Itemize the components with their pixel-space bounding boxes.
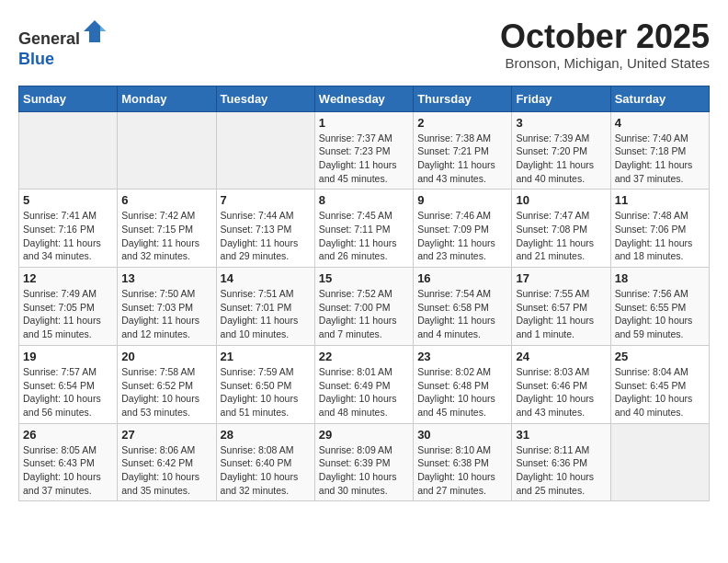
weekday-header: Wednesday <box>314 86 413 111</box>
day-info: Sunrise: 7:51 AM Sunset: 7:01 PM Dayligh… <box>221 287 311 341</box>
day-info: Sunrise: 7:57 AM Sunset: 6:54 PM Dayligh… <box>23 365 113 419</box>
day-info: Sunrise: 8:01 AM Sunset: 6:49 PM Dayligh… <box>319 365 409 419</box>
day-info: Sunrise: 7:59 AM Sunset: 6:50 PM Dayligh… <box>221 365 311 419</box>
day-number: 4 <box>615 116 705 130</box>
calendar-week-row: 19Sunrise: 7:57 AM Sunset: 6:54 PM Dayli… <box>19 345 710 423</box>
calendar-cell <box>610 423 709 501</box>
day-info: Sunrise: 8:03 AM Sunset: 6:46 PM Dayligh… <box>516 365 606 419</box>
day-number: 27 <box>121 428 211 442</box>
calendar-cell: 10Sunrise: 7:47 AM Sunset: 7:08 PM Dayli… <box>512 190 610 268</box>
day-info: Sunrise: 7:49 AM Sunset: 7:05 PM Dayligh… <box>23 287 113 341</box>
weekday-header: Sunday <box>19 86 118 111</box>
day-number: 13 <box>121 271 211 285</box>
day-number: 11 <box>615 193 705 207</box>
weekday-header: Thursday <box>414 86 512 111</box>
day-info: Sunrise: 8:06 AM Sunset: 6:42 PM Dayligh… <box>121 443 211 498</box>
day-info: Sunrise: 7:47 AM Sunset: 7:08 PM Dayligh… <box>516 209 606 263</box>
calendar-week-row: 1Sunrise: 7:37 AM Sunset: 7:23 PM Daylig… <box>19 111 710 190</box>
calendar-cell: 4Sunrise: 7:40 AM Sunset: 7:18 PM Daylig… <box>610 111 709 190</box>
calendar-cell: 1Sunrise: 7:37 AM Sunset: 7:23 PM Daylig… <box>314 111 413 190</box>
calendar-cell: 2Sunrise: 7:38 AM Sunset: 7:21 PM Daylig… <box>414 111 512 190</box>
day-number: 15 <box>319 271 409 285</box>
day-number: 20 <box>121 350 211 363</box>
logo-blue: Blue <box>18 50 54 68</box>
calendar-cell: 13Sunrise: 7:50 AM Sunset: 7:03 PM Dayli… <box>118 268 216 346</box>
day-info: Sunrise: 7:48 AM Sunset: 7:06 PM Dayligh… <box>615 209 705 263</box>
day-info: Sunrise: 8:10 AM Sunset: 6:38 PM Dayligh… <box>417 443 507 498</box>
calendar-cell <box>19 111 118 190</box>
day-info: Sunrise: 7:55 AM Sunset: 6:57 PM Dayligh… <box>516 287 606 341</box>
calendar-cell: 27Sunrise: 8:06 AM Sunset: 6:42 PM Dayli… <box>118 423 216 501</box>
day-number: 3 <box>516 116 606 130</box>
day-info: Sunrise: 7:41 AM Sunset: 7:16 PM Dayligh… <box>23 209 113 263</box>
logo-icon <box>82 18 108 44</box>
location: Bronson, Michigan, United States <box>500 55 710 71</box>
logo: General Blue <box>18 18 108 69</box>
calendar-cell: 16Sunrise: 7:54 AM Sunset: 6:58 PM Dayli… <box>414 268 512 346</box>
day-info: Sunrise: 7:38 AM Sunset: 7:21 PM Dayligh… <box>417 132 507 186</box>
day-number: 26 <box>23 428 113 442</box>
day-info: Sunrise: 7:52 AM Sunset: 7:00 PM Dayligh… <box>319 287 409 341</box>
weekday-header: Saturday <box>610 86 709 111</box>
day-number: 8 <box>319 193 409 207</box>
calendar-cell: 30Sunrise: 8:10 AM Sunset: 6:38 PM Dayli… <box>414 423 512 501</box>
day-number: 30 <box>417 428 507 442</box>
day-number: 9 <box>417 193 507 207</box>
day-number: 25 <box>615 350 705 363</box>
calendar-cell: 28Sunrise: 8:08 AM Sunset: 6:40 PM Dayli… <box>216 423 314 501</box>
calendar-cell: 23Sunrise: 8:02 AM Sunset: 6:48 PM Dayli… <box>414 345 512 423</box>
calendar-cell: 11Sunrise: 7:48 AM Sunset: 7:06 PM Dayli… <box>610 190 709 268</box>
day-info: Sunrise: 7:40 AM Sunset: 7:18 PM Dayligh… <box>615 132 705 186</box>
calendar-cell: 8Sunrise: 7:45 AM Sunset: 7:11 PM Daylig… <box>314 190 413 268</box>
calendar-cell: 31Sunrise: 8:11 AM Sunset: 6:36 PM Dayli… <box>512 423 610 501</box>
calendar-cell: 14Sunrise: 7:51 AM Sunset: 7:01 PM Dayli… <box>216 268 314 346</box>
day-number: 16 <box>417 271 507 285</box>
day-info: Sunrise: 8:05 AM Sunset: 6:43 PM Dayligh… <box>23 443 113 498</box>
calendar-cell: 9Sunrise: 7:46 AM Sunset: 7:09 PM Daylig… <box>414 190 512 268</box>
day-info: Sunrise: 8:09 AM Sunset: 6:39 PM Dayligh… <box>319 443 409 498</box>
calendar-cell: 7Sunrise: 7:44 AM Sunset: 7:13 PM Daylig… <box>216 190 314 268</box>
day-info: Sunrise: 8:04 AM Sunset: 6:45 PM Dayligh… <box>615 365 705 419</box>
page-header: General Blue October 2025 Bronson, Michi… <box>18 18 710 71</box>
day-info: Sunrise: 7:56 AM Sunset: 6:55 PM Dayligh… <box>615 287 705 341</box>
calendar-cell: 21Sunrise: 7:59 AM Sunset: 6:50 PM Dayli… <box>216 345 314 423</box>
calendar-cell: 15Sunrise: 7:52 AM Sunset: 7:00 PM Dayli… <box>314 268 413 346</box>
calendar-cell <box>118 111 216 190</box>
day-info: Sunrise: 7:50 AM Sunset: 7:03 PM Dayligh… <box>121 287 211 341</box>
day-number: 1 <box>319 116 409 130</box>
calendar-week-row: 12Sunrise: 7:49 AM Sunset: 7:05 PM Dayli… <box>19 268 710 346</box>
day-info: Sunrise: 7:44 AM Sunset: 7:13 PM Dayligh… <box>221 209 311 263</box>
day-number: 18 <box>615 271 705 285</box>
calendar-cell <box>216 111 314 190</box>
day-number: 10 <box>516 193 606 207</box>
day-number: 6 <box>121 193 211 207</box>
day-number: 12 <box>23 271 113 285</box>
calendar-cell: 18Sunrise: 7:56 AM Sunset: 6:55 PM Dayli… <box>610 268 709 346</box>
calendar-cell: 17Sunrise: 7:55 AM Sunset: 6:57 PM Dayli… <box>512 268 610 346</box>
day-number: 21 <box>221 350 311 363</box>
day-number: 7 <box>221 193 311 207</box>
day-number: 29 <box>319 428 409 442</box>
calendar-cell: 22Sunrise: 8:01 AM Sunset: 6:49 PM Dayli… <box>314 345 413 423</box>
calendar-week-row: 5Sunrise: 7:41 AM Sunset: 7:16 PM Daylig… <box>19 190 710 268</box>
day-info: Sunrise: 7:45 AM Sunset: 7:11 PM Dayligh… <box>319 209 409 263</box>
day-info: Sunrise: 8:02 AM Sunset: 6:48 PM Dayligh… <box>417 365 507 419</box>
calendar-table: SundayMondayTuesdayWednesdayThursdayFrid… <box>18 86 710 502</box>
day-info: Sunrise: 7:37 AM Sunset: 7:23 PM Dayligh… <box>319 132 409 186</box>
calendar-cell: 6Sunrise: 7:42 AM Sunset: 7:15 PM Daylig… <box>118 190 216 268</box>
day-number: 2 <box>417 116 507 130</box>
day-info: Sunrise: 7:46 AM Sunset: 7:09 PM Dayligh… <box>417 209 507 263</box>
day-number: 17 <box>516 271 606 285</box>
calendar-cell: 5Sunrise: 7:41 AM Sunset: 7:16 PM Daylig… <box>19 190 118 268</box>
day-number: 31 <box>516 428 606 442</box>
weekday-header: Tuesday <box>216 86 314 111</box>
day-info: Sunrise: 7:39 AM Sunset: 7:20 PM Dayligh… <box>516 132 606 186</box>
calendar-cell: 3Sunrise: 7:39 AM Sunset: 7:20 PM Daylig… <box>512 111 610 190</box>
day-number: 22 <box>319 350 409 363</box>
calendar-cell: 25Sunrise: 8:04 AM Sunset: 6:45 PM Dayli… <box>610 345 709 423</box>
calendar-cell: 24Sunrise: 8:03 AM Sunset: 6:46 PM Dayli… <box>512 345 610 423</box>
calendar-week-row: 26Sunrise: 8:05 AM Sunset: 6:43 PM Dayli… <box>19 423 710 501</box>
weekday-header-row: SundayMondayTuesdayWednesdayThursdayFrid… <box>19 86 710 111</box>
day-number: 23 <box>417 350 507 363</box>
logo-general: General <box>18 29 80 48</box>
